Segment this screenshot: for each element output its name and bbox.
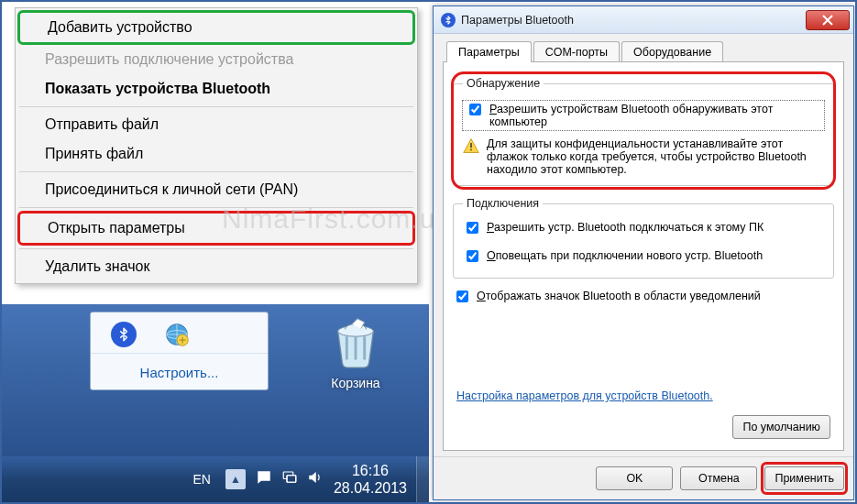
- label-allow-discovery: Разрешить устройствам Bluetooth обнаружи…: [489, 103, 821, 128]
- apply-button[interactable]: Применить: [764, 466, 844, 490]
- menu-remove-icon[interactable]: Удалить значок: [17, 252, 415, 281]
- volume-icon[interactable]: [307, 469, 324, 490]
- menu-show-devices[interactable]: Показать устройства Bluetooth: [17, 74, 415, 104]
- checkbox-allow-discovery[interactable]: [469, 104, 481, 115]
- separator: [19, 248, 413, 249]
- group-discovery-legend: Обнаружение: [463, 77, 544, 90]
- tray-overflow-button[interactable]: ▲: [225, 469, 246, 489]
- tab-panel-options: Обнаружение Разрешить устройствам Blueto…: [443, 61, 844, 451]
- checkbox-allow-connect[interactable]: [467, 222, 478, 234]
- menu-receive-file[interactable]: Принять файл: [17, 139, 415, 169]
- taskbar: EN ▲ 16:16 28.04.2013: [2, 456, 429, 502]
- dialog-buttons: OK Отмена Применить: [434, 456, 853, 499]
- tab-options[interactable]: Параметры: [446, 41, 532, 62]
- taskbar-clock[interactable]: 16:16 28.04.2013: [328, 462, 416, 497]
- link-bluetooth-device-settings[interactable]: Настройка параметров для устройств Bluet…: [456, 389, 713, 402]
- menu-send-file[interactable]: Отправить файл: [17, 110, 415, 139]
- checkbox-notify-new[interactable]: [467, 250, 478, 262]
- tab-hardware[interactable]: Оборудование: [621, 41, 723, 62]
- label-allow-connect: Разрешить устр. Bluetooth подключаться к…: [487, 221, 764, 234]
- clock-date: 28.04.2013: [334, 479, 407, 497]
- action-center-icon[interactable]: [256, 469, 272, 490]
- checkbox-show-tray-icon[interactable]: [456, 290, 468, 302]
- close-button[interactable]: [806, 10, 850, 30]
- bluetooth-tray-icon[interactable]: [111, 322, 138, 349]
- titlebar[interactable]: Параметры Bluetooth: [434, 6, 853, 34]
- separator: [19, 207, 413, 208]
- menu-add-device[interactable]: Добавить устройство: [17, 10, 415, 45]
- network-globe-tray-icon[interactable]: [164, 322, 192, 349]
- clock-time: 16:16: [334, 462, 407, 479]
- tabstrip: Параметры COM-порты Оборудование: [443, 41, 844, 62]
- warning-icon: [463, 137, 479, 154]
- dialog-title: Параметры Bluetooth: [461, 14, 806, 27]
- menu-open-settings[interactable]: Открыть параметры: [17, 211, 415, 246]
- cancel-button[interactable]: Отмена: [680, 466, 757, 490]
- separator: [19, 106, 413, 107]
- separator: [19, 171, 413, 172]
- show-desktop-button[interactable]: [416, 456, 429, 502]
- label-show-tray-icon: Отображать значок Bluetooth в области ув…: [477, 290, 761, 302]
- tab-com-ports[interactable]: COM-порты: [533, 41, 620, 62]
- menu-join-pan[interactable]: Присоединиться к личной сети (PAN): [17, 175, 415, 204]
- label-notify-new: Оповещать при подключении нового устр. B…: [487, 249, 763, 262]
- group-connections-legend: Подключения: [463, 197, 543, 210]
- menu-allow-connection: Разрешить подключение устройства: [17, 45, 415, 74]
- tray-overflow-popup: Настроить...: [90, 312, 269, 390]
- group-connections: Подключения Разрешить устр. Bluetooth по…: [453, 197, 834, 279]
- bluetooth-tray-context-menu: Добавить устройство Разрешить подключени…: [15, 7, 418, 284]
- discovery-warning-text: Для защиты конфиденциальности устанавлив…: [487, 137, 824, 176]
- ok-button[interactable]: OK: [596, 466, 673, 490]
- language-indicator[interactable]: EN: [183, 472, 219, 487]
- svg-rect-7: [470, 143, 472, 148]
- recycle-bin-label: Корзина: [301, 376, 411, 390]
- bluetooth-settings-dialog: Параметры Bluetooth Параметры COM-порты …: [433, 5, 854, 500]
- svg-rect-5: [287, 475, 296, 482]
- tray-customize-link[interactable]: Настроить...: [91, 353, 268, 389]
- recycle-bin-icon: [324, 312, 387, 372]
- bluetooth-icon: [441, 13, 456, 27]
- group-discovery: Обнаружение Разрешить устройствам Blueto…: [453, 77, 834, 186]
- recycle-bin[interactable]: Корзина: [301, 312, 411, 390]
- defaults-button[interactable]: По умолчанию: [732, 415, 830, 439]
- svg-rect-8: [470, 149, 472, 151]
- network-icon[interactable]: [281, 469, 298, 490]
